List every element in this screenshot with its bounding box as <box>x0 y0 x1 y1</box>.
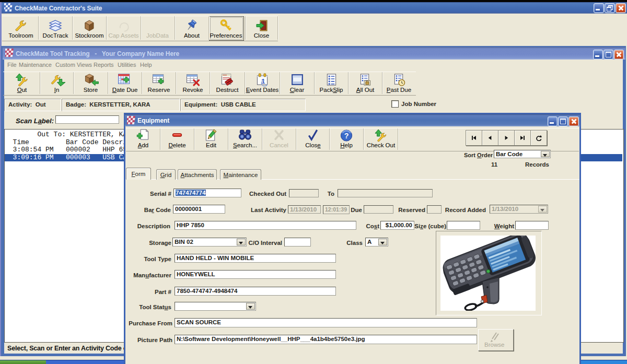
svg-text:?: ? <box>344 132 349 140</box>
